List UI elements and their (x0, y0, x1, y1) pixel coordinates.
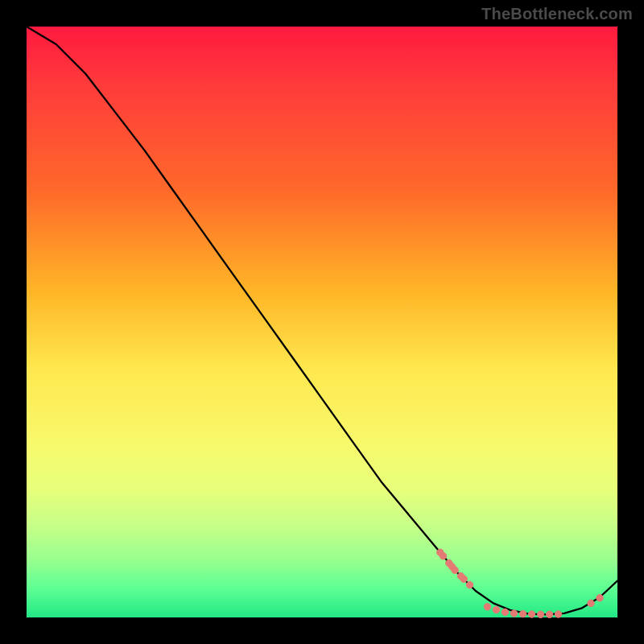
data-point (466, 581, 473, 588)
plot-area (27, 27, 617, 617)
data-point (493, 606, 499, 613)
data-point (537, 611, 543, 617)
data-point (452, 567, 458, 573)
data-point (546, 611, 552, 617)
data-point (510, 610, 517, 617)
data-point (484, 604, 490, 610)
bottleneck-curve (27, 27, 617, 614)
data-point (519, 610, 526, 617)
watermark-text: TheBottleneck.com (481, 5, 633, 23)
data-point (440, 553, 446, 559)
data-point (502, 609, 508, 615)
marker-group (437, 549, 604, 617)
data-point (460, 576, 467, 582)
chart-frame: TheBottleneck.com (0, 0, 644, 644)
data-point (588, 600, 594, 606)
data-point (528, 611, 535, 617)
curve-layer (27, 27, 617, 617)
data-point (597, 595, 603, 601)
data-point (555, 611, 561, 617)
